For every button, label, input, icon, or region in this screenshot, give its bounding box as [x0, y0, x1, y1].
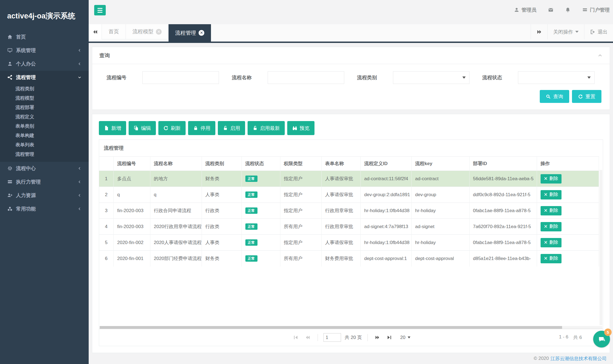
cell-process-key: ad-signet — [411, 219, 469, 235]
page-size-select[interactable]: 20 — [400, 335, 410, 340]
sidebar-subitem[interactable]: 流程模型 — [0, 94, 89, 103]
sidebar-subitem[interactable]: 表单列表 — [0, 140, 89, 150]
sidebar-item-process-center[interactable]: 流程中心 — [0, 162, 89, 175]
cell-permission: 所有用户 — [280, 219, 321, 235]
sidebar-item-common[interactable]: 常用功能 — [0, 202, 89, 216]
reset-button[interactable]: 重置 — [572, 90, 601, 103]
cubes-icon — [7, 206, 13, 212]
current-user[interactable]: 管理员 — [514, 7, 536, 13]
add-button[interactable]: 新增 — [99, 121, 126, 135]
refresh-icon — [163, 125, 169, 131]
messages-button[interactable] — [548, 7, 554, 13]
enable-button[interactable]: 启用 — [218, 121, 245, 135]
sidebar-subitem[interactable]: 流程部署 — [0, 103, 89, 112]
close-tab-icon[interactable]: ✕ — [156, 29, 162, 35]
sidebar-item-label: 个人办公 — [16, 61, 78, 67]
menu-toggle-button[interactable] — [94, 5, 106, 15]
chat-button[interactable]: 5 — [593, 331, 610, 347]
process-code-input[interactable] — [142, 71, 219, 84]
tab-process-mgmt[interactable]: 流程管理 ✕ — [169, 24, 211, 42]
logout-button[interactable]: 退出 — [584, 24, 613, 39]
sidebar-item-process-mgmt[interactable]: 流程管理 — [0, 71, 89, 84]
horizontal-scrollbar[interactable] — [100, 326, 602, 329]
close-operations-dropdown[interactable]: 关闭操作 — [547, 24, 584, 39]
table-row[interactable]: 4 fin-2020-003 2020行政用章申请流程 行政类 正常 所有用户 … — [99, 219, 599, 235]
x-icon: ✕ — [544, 256, 548, 261]
process-status-select[interactable] — [518, 71, 595, 84]
sidebar-subitem[interactable]: 流程定义 — [0, 112, 89, 122]
vertical-scrollbar[interactable] — [600, 170, 602, 325]
sidebar-item-hr[interactable]: 人力资源 — [0, 189, 89, 202]
query-panel: 查询 流程编号 流程名称 流程类别 — [92, 47, 610, 110]
delete-button[interactable]: ✕删除 — [541, 238, 562, 247]
sidebar-subitem[interactable]: 表单类别 — [0, 122, 89, 131]
cell-process-key: hr-holiday — [411, 203, 469, 219]
sidebar-group-process: 流程管理 流程类别流程模型流程部署流程定义表单类别表单构建表单列表流程管理 — [0, 71, 89, 162]
cell-permission: 指定用户 — [280, 235, 321, 251]
delete-button[interactable]: ✕删除 — [541, 190, 562, 199]
process-name-input[interactable] — [268, 71, 344, 84]
cell-process-code: 2020-fin-001 — [113, 251, 150, 267]
disable-button[interactable]: 停用 — [188, 121, 215, 135]
sidebar-item-label: 常用功能 — [16, 206, 78, 212]
edit-button[interactable]: 编辑 — [129, 121, 156, 135]
sidebar-item-label: 流程中心 — [16, 165, 78, 172]
cell-form-name: 人事请假审批 — [321, 235, 360, 251]
sidebar-item-execution[interactable]: 执行力管理 — [0, 175, 89, 189]
cell-permission: 所有用户 — [280, 251, 321, 267]
button-label: 启用最新 — [260, 125, 280, 132]
close-tab-icon[interactable]: ✕ — [199, 30, 204, 36]
cell-process-code: fin-2020-003 — [113, 203, 150, 219]
table-row[interactable]: 6 2020-fin-001 2020部门经费申请流程 财务类 正常 所有用户 … — [99, 251, 599, 267]
logout-label: 退出 — [598, 29, 607, 35]
last-page-button[interactable] — [385, 333, 394, 342]
row-index: 4 — [99, 219, 113, 235]
query-panel-title: 查询 — [99, 52, 110, 59]
page-number-input[interactable] — [323, 333, 341, 342]
delete-button[interactable]: ✕删除 — [541, 254, 562, 263]
cell-category: 行政类 — [202, 203, 242, 219]
company-link[interactable]: 江苏云潮信息技术有限公司 — [550, 355, 607, 362]
status-badge: 正常 — [245, 191, 257, 198]
collapse-panel-icon[interactable] — [598, 53, 603, 58]
table-row[interactable]: 3 fin-2020-003 行政合同申请流程 行政类 正常 指定用户 行政用章… — [99, 203, 599, 219]
sidebar-item-system[interactable]: 系统管理 — [0, 44, 89, 57]
delete-button[interactable]: ✕删除 — [541, 222, 562, 231]
next-page-button[interactable] — [373, 333, 381, 342]
search-button[interactable]: 查询 — [540, 90, 569, 103]
delete-button[interactable]: ✕删除 — [541, 206, 562, 215]
delete-button[interactable]: ✕删除 — [541, 174, 562, 184]
notifications-button[interactable] — [565, 7, 571, 13]
preview-button[interactable]: 预览 — [287, 121, 314, 135]
sidebar-item-personal[interactable]: 个人办公 — [0, 57, 89, 71]
x-icon: ✕ — [544, 240, 548, 245]
delete-label: 删除 — [549, 176, 558, 182]
total-pages-label: 共 20 页 — [345, 334, 362, 341]
enable-latest-button[interactable]: 启用最新 — [248, 121, 285, 135]
process-category-select[interactable] — [393, 71, 470, 84]
sidebar-subitem[interactable]: 流程管理 — [0, 150, 89, 159]
delete-label: 删除 — [549, 256, 558, 261]
table-row[interactable]: 5 2020-fin-002 2020人事请假申请流程 人事类 正常 指定用户 … — [99, 235, 599, 251]
status-badge: 正常 — [245, 239, 257, 246]
cell-process-code: fin-2020-003 — [113, 219, 150, 235]
sidebar-subitem[interactable]: 流程类别 — [0, 84, 89, 94]
refresh-button[interactable]: 刷新 — [158, 121, 186, 135]
tabs-scroll-right-button[interactable] — [531, 24, 547, 39]
tabs-scroll-left-button[interactable] — [89, 24, 102, 39]
cell-deploy-id: 56dde581-89da-11ea-aeba-5 — [469, 171, 537, 187]
sidebar-subitem[interactable]: 表单构建 — [0, 131, 89, 140]
cell-form-name: 行政用章审批 — [321, 219, 360, 235]
close-operations-label: 关闭操作 — [553, 29, 573, 35]
tab-home[interactable]: 首页 — [102, 24, 126, 39]
table-row[interactable]: 1 多点点 的地方 财务类 正常 指定用户 人事请假审批 ad-contract… — [99, 171, 599, 187]
prev-page-button[interactable] — [304, 333, 312, 342]
first-page-button[interactable] — [292, 333, 300, 342]
status-badge: 正常 — [245, 176, 257, 182]
portal-management[interactable]: 门户管理 — [582, 7, 610, 13]
tab-process-model[interactable]: 流程模型 ✕ — [126, 24, 169, 39]
field-label: 流程名称 — [232, 74, 256, 81]
table-row[interactable]: 2 q q 人事类 正常 指定用户 人事请假审批 dev-group:2:ddf… — [99, 187, 599, 203]
sidebar-item-home[interactable]: 首页 — [0, 30, 89, 44]
chevron-left-icon — [78, 193, 82, 197]
